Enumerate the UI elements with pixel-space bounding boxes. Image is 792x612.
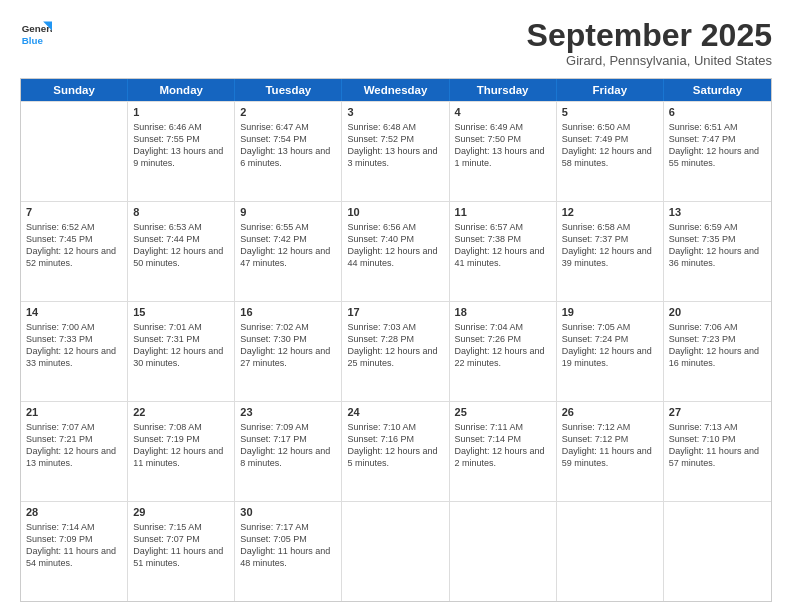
cell-info: Sunrise: 6:53 AM Sunset: 7:44 PM Dayligh… [133, 221, 229, 270]
day-number: 11 [455, 205, 551, 220]
day-number: 3 [347, 105, 443, 120]
cal-cell-1-1 [21, 102, 128, 201]
cell-info: Sunrise: 7:03 AM Sunset: 7:28 PM Dayligh… [347, 321, 443, 370]
header-friday: Friday [557, 79, 664, 101]
cell-info: Sunrise: 6:47 AM Sunset: 7:54 PM Dayligh… [240, 121, 336, 170]
calendar-row-4: 21Sunrise: 7:07 AM Sunset: 7:21 PM Dayli… [21, 401, 771, 501]
cell-info: Sunrise: 7:13 AM Sunset: 7:10 PM Dayligh… [669, 421, 766, 470]
cell-info: Sunrise: 7:02 AM Sunset: 7:30 PM Dayligh… [240, 321, 336, 370]
cell-info: Sunrise: 6:48 AM Sunset: 7:52 PM Dayligh… [347, 121, 443, 170]
cal-cell-1-7: 6Sunrise: 6:51 AM Sunset: 7:47 PM Daylig… [664, 102, 771, 201]
cal-cell-5-6 [557, 502, 664, 601]
day-number: 17 [347, 305, 443, 320]
cell-info: Sunrise: 6:46 AM Sunset: 7:55 PM Dayligh… [133, 121, 229, 170]
cell-info: Sunrise: 6:50 AM Sunset: 7:49 PM Dayligh… [562, 121, 658, 170]
location: Girard, Pennsylvania, United States [527, 53, 772, 68]
cal-cell-2-7: 13Sunrise: 6:59 AM Sunset: 7:35 PM Dayli… [664, 202, 771, 301]
cal-cell-2-6: 12Sunrise: 6:58 AM Sunset: 7:37 PM Dayli… [557, 202, 664, 301]
cal-cell-5-1: 28Sunrise: 7:14 AM Sunset: 7:09 PM Dayli… [21, 502, 128, 601]
cal-cell-5-7 [664, 502, 771, 601]
header-thursday: Thursday [450, 79, 557, 101]
cal-cell-3-3: 16Sunrise: 7:02 AM Sunset: 7:30 PM Dayli… [235, 302, 342, 401]
cell-info: Sunrise: 6:59 AM Sunset: 7:35 PM Dayligh… [669, 221, 766, 270]
page: General Blue September 2025 Girard, Penn… [0, 0, 792, 612]
day-number: 13 [669, 205, 766, 220]
day-number: 18 [455, 305, 551, 320]
cell-info: Sunrise: 7:06 AM Sunset: 7:23 PM Dayligh… [669, 321, 766, 370]
header-sunday: Sunday [21, 79, 128, 101]
cell-info: Sunrise: 7:01 AM Sunset: 7:31 PM Dayligh… [133, 321, 229, 370]
day-number: 6 [669, 105, 766, 120]
day-number: 4 [455, 105, 551, 120]
day-number: 16 [240, 305, 336, 320]
day-number: 12 [562, 205, 658, 220]
cal-cell-1-3: 2Sunrise: 6:47 AM Sunset: 7:54 PM Daylig… [235, 102, 342, 201]
cal-cell-4-6: 26Sunrise: 7:12 AM Sunset: 7:12 PM Dayli… [557, 402, 664, 501]
cell-info: Sunrise: 6:52 AM Sunset: 7:45 PM Dayligh… [26, 221, 122, 270]
cal-cell-3-1: 14Sunrise: 7:00 AM Sunset: 7:33 PM Dayli… [21, 302, 128, 401]
cal-cell-2-3: 9Sunrise: 6:55 AM Sunset: 7:42 PM Daylig… [235, 202, 342, 301]
cell-info: Sunrise: 6:57 AM Sunset: 7:38 PM Dayligh… [455, 221, 551, 270]
day-number: 14 [26, 305, 122, 320]
cal-cell-3-6: 19Sunrise: 7:05 AM Sunset: 7:24 PM Dayli… [557, 302, 664, 401]
day-number: 28 [26, 505, 122, 520]
day-number: 24 [347, 405, 443, 420]
cell-info: Sunrise: 7:07 AM Sunset: 7:21 PM Dayligh… [26, 421, 122, 470]
cell-info: Sunrise: 7:08 AM Sunset: 7:19 PM Dayligh… [133, 421, 229, 470]
day-number: 22 [133, 405, 229, 420]
day-number: 9 [240, 205, 336, 220]
cell-info: Sunrise: 6:56 AM Sunset: 7:40 PM Dayligh… [347, 221, 443, 270]
day-number: 2 [240, 105, 336, 120]
cell-info: Sunrise: 7:15 AM Sunset: 7:07 PM Dayligh… [133, 521, 229, 570]
logo: General Blue [20, 18, 52, 50]
cal-cell-3-4: 17Sunrise: 7:03 AM Sunset: 7:28 PM Dayli… [342, 302, 449, 401]
cell-info: Sunrise: 7:04 AM Sunset: 7:26 PM Dayligh… [455, 321, 551, 370]
cal-cell-2-5: 11Sunrise: 6:57 AM Sunset: 7:38 PM Dayli… [450, 202, 557, 301]
cell-info: Sunrise: 6:49 AM Sunset: 7:50 PM Dayligh… [455, 121, 551, 170]
cal-cell-3-5: 18Sunrise: 7:04 AM Sunset: 7:26 PM Dayli… [450, 302, 557, 401]
header-monday: Monday [128, 79, 235, 101]
cal-cell-4-2: 22Sunrise: 7:08 AM Sunset: 7:19 PM Dayli… [128, 402, 235, 501]
svg-text:Blue: Blue [22, 35, 44, 46]
cal-cell-1-6: 5Sunrise: 6:50 AM Sunset: 7:49 PM Daylig… [557, 102, 664, 201]
cal-cell-4-4: 24Sunrise: 7:10 AM Sunset: 7:16 PM Dayli… [342, 402, 449, 501]
cell-info: Sunrise: 7:12 AM Sunset: 7:12 PM Dayligh… [562, 421, 658, 470]
day-number: 26 [562, 405, 658, 420]
cal-cell-5-4 [342, 502, 449, 601]
cal-cell-4-1: 21Sunrise: 7:07 AM Sunset: 7:21 PM Dayli… [21, 402, 128, 501]
day-number: 25 [455, 405, 551, 420]
cal-cell-4-3: 23Sunrise: 7:09 AM Sunset: 7:17 PM Dayli… [235, 402, 342, 501]
header: General Blue September 2025 Girard, Penn… [20, 18, 772, 68]
month-title: September 2025 [527, 18, 772, 53]
cal-cell-4-7: 27Sunrise: 7:13 AM Sunset: 7:10 PM Dayli… [664, 402, 771, 501]
calendar-row-3: 14Sunrise: 7:00 AM Sunset: 7:33 PM Dayli… [21, 301, 771, 401]
cell-info: Sunrise: 6:51 AM Sunset: 7:47 PM Dayligh… [669, 121, 766, 170]
cal-cell-1-4: 3Sunrise: 6:48 AM Sunset: 7:52 PM Daylig… [342, 102, 449, 201]
cal-cell-3-7: 20Sunrise: 7:06 AM Sunset: 7:23 PM Dayli… [664, 302, 771, 401]
title-block: September 2025 Girard, Pennsylvania, Uni… [527, 18, 772, 68]
cal-cell-5-2: 29Sunrise: 7:15 AM Sunset: 7:07 PM Dayli… [128, 502, 235, 601]
day-number: 8 [133, 205, 229, 220]
cell-info: Sunrise: 7:09 AM Sunset: 7:17 PM Dayligh… [240, 421, 336, 470]
cal-cell-5-3: 30Sunrise: 7:17 AM Sunset: 7:05 PM Dayli… [235, 502, 342, 601]
calendar-row-2: 7Sunrise: 6:52 AM Sunset: 7:45 PM Daylig… [21, 201, 771, 301]
calendar-row-1: 1Sunrise: 6:46 AM Sunset: 7:55 PM Daylig… [21, 101, 771, 201]
cal-cell-5-5 [450, 502, 557, 601]
cell-info: Sunrise: 7:11 AM Sunset: 7:14 PM Dayligh… [455, 421, 551, 470]
cal-cell-2-1: 7Sunrise: 6:52 AM Sunset: 7:45 PM Daylig… [21, 202, 128, 301]
day-number: 27 [669, 405, 766, 420]
cell-info: Sunrise: 6:55 AM Sunset: 7:42 PM Dayligh… [240, 221, 336, 270]
calendar-body: 1Sunrise: 6:46 AM Sunset: 7:55 PM Daylig… [21, 101, 771, 601]
day-number: 20 [669, 305, 766, 320]
cell-info: Sunrise: 7:17 AM Sunset: 7:05 PM Dayligh… [240, 521, 336, 570]
day-number: 30 [240, 505, 336, 520]
cell-info: Sunrise: 7:10 AM Sunset: 7:16 PM Dayligh… [347, 421, 443, 470]
day-number: 5 [562, 105, 658, 120]
day-number: 19 [562, 305, 658, 320]
day-number: 10 [347, 205, 443, 220]
cal-cell-1-5: 4Sunrise: 6:49 AM Sunset: 7:50 PM Daylig… [450, 102, 557, 201]
day-number: 7 [26, 205, 122, 220]
cal-cell-4-5: 25Sunrise: 7:11 AM Sunset: 7:14 PM Dayli… [450, 402, 557, 501]
calendar-row-5: 28Sunrise: 7:14 AM Sunset: 7:09 PM Dayli… [21, 501, 771, 601]
header-wednesday: Wednesday [342, 79, 449, 101]
